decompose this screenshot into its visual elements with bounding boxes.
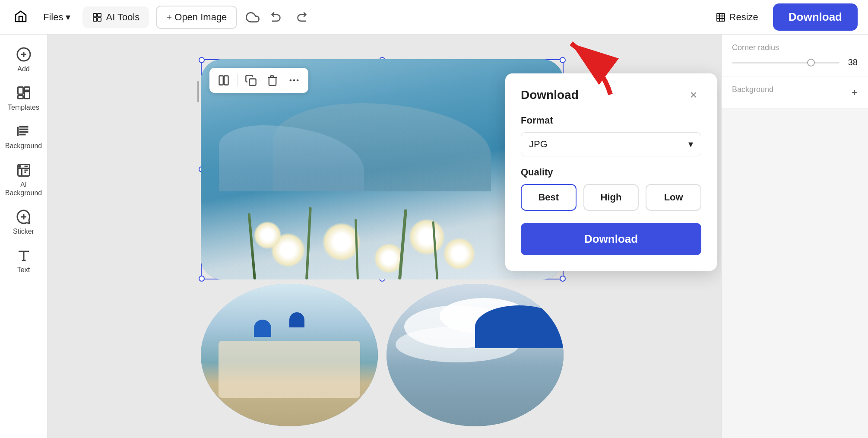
background-section: Background + [722, 76, 868, 108]
split-icon [218, 74, 230, 86]
right-panel: Corner radius 38 Background + [721, 35, 868, 438]
quality-label: Quality [521, 167, 701, 178]
download-action-button[interactable]: Download [521, 223, 701, 255]
sidebar-item-add[interactable]: Add [0, 41, 47, 78]
split-tool-button[interactable] [215, 72, 232, 89]
quality-buttons: Best High Low [521, 184, 701, 211]
sidebar-item-add-label: Add [17, 65, 29, 73]
more-icon [288, 74, 300, 86]
copy-icon [245, 74, 257, 86]
resize-label: Resize [729, 12, 758, 23]
sidebar-item-templates[interactable]: Templates [0, 80, 47, 117]
add-icon [16, 47, 32, 62]
delete-icon [266, 74, 279, 86]
files-chevron: ▾ [66, 12, 70, 23]
svg-rect-4 [717, 13, 725, 21]
sidebar-item-ai-background-label: AI Background [3, 181, 44, 197]
download-main-label: Download [789, 10, 842, 23]
topbar-left: Files ▾ AI Tools + Open Image [10, 6, 701, 29]
corner-radius-section: Corner radius 38 [722, 35, 868, 76]
files-label: Files [43, 12, 63, 23]
bottom-image-right[interactable] [386, 284, 564, 426]
svg-rect-0 [93, 13, 97, 17]
download-action-label: Download [584, 232, 638, 245]
svg-rect-10 [24, 92, 29, 99]
resize-button[interactable]: Resize [708, 7, 766, 27]
delete-tool-button[interactable] [264, 72, 281, 89]
canvas-area: Download × Format JPG ▾ Quality Best Hig… [48, 35, 721, 438]
sidebar: Add Templates Background [0, 35, 48, 438]
templates-icon [16, 85, 32, 101]
text-icon [16, 248, 32, 263]
sidebar-item-background-label: Background [5, 142, 42, 150]
background-label: Background [732, 85, 773, 94]
sticker-icon [16, 209, 32, 225]
corner-radius-slider[interactable] [732, 62, 839, 63]
open-image-button[interactable]: + Open Image [156, 6, 237, 29]
sidebar-item-sticker-label: Sticker [13, 227, 34, 235]
format-select[interactable]: JPG ▾ [521, 132, 701, 156]
topbar: Files ▾ AI Tools + Open Image [0, 0, 868, 35]
svg-rect-11 [18, 95, 23, 99]
home-icon [14, 10, 28, 25]
svg-rect-1 [98, 13, 101, 17]
image-toolbar [209, 68, 308, 93]
add-background-button[interactable]: + [852, 86, 858, 98]
format-value: JPG [529, 139, 548, 150]
bottom-images [201, 284, 564, 426]
corner-radius-value: 38 [845, 57, 858, 67]
bottom-image-left[interactable] [201, 284, 378, 426]
background-label-row: Background + [732, 85, 858, 99]
toolbar-divider-1 [237, 74, 238, 86]
svg-point-23 [293, 79, 295, 82]
svg-point-18 [19, 165, 20, 167]
quality-high-button[interactable]: High [583, 184, 639, 211]
sidebar-item-text[interactable]: Text [0, 242, 47, 279]
download-main-button[interactable]: Download [773, 3, 858, 31]
home-button[interactable] [10, 7, 31, 28]
corner-radius-label: Corner radius [732, 43, 858, 52]
close-icon: × [690, 88, 697, 102]
svg-rect-20 [224, 76, 228, 85]
slider-thumb[interactable] [807, 59, 815, 67]
svg-rect-2 [93, 18, 97, 21]
svg-rect-8 [18, 87, 23, 95]
ai-tools-icon [92, 12, 102, 22]
corner-radius-row: 38 [732, 57, 858, 67]
topbar-right: Resize Download [708, 3, 858, 31]
scroll-indicator[interactable] [196, 81, 200, 385]
ai-tools-label: AI Tools [106, 12, 139, 23]
download-panel-close[interactable]: × [686, 87, 701, 103]
ai-background-icon [16, 162, 32, 178]
svg-rect-19 [219, 76, 223, 85]
download-panel-header: Download × [521, 87, 701, 103]
svg-rect-3 [98, 18, 101, 21]
copy-tool-button[interactable] [243, 72, 259, 89]
sidebar-item-ai-background[interactable]: AI Background [0, 157, 47, 202]
download-panel-title: Download [521, 88, 579, 102]
svg-point-24 [297, 79, 299, 82]
sidebar-item-sticker[interactable]: Sticker [0, 204, 47, 241]
more-tool-button[interactable] [286, 72, 302, 89]
sidebar-item-templates-label: Templates [8, 103, 39, 111]
download-panel: Download × Format JPG ▾ Quality Best Hig… [505, 73, 717, 271]
quality-low-button[interactable]: Low [646, 184, 701, 211]
resize-icon [716, 12, 726, 22]
svg-point-22 [290, 79, 292, 82]
svg-rect-21 [250, 79, 256, 86]
redo-button[interactable] [292, 9, 310, 26]
sidebar-item-background[interactable]: Background [0, 118, 47, 155]
format-chevron: ▾ [688, 139, 693, 150]
cloud-save-icon[interactable] [244, 9, 261, 26]
files-menu[interactable]: Files ▾ [38, 8, 76, 26]
sidebar-item-text-label: Text [17, 266, 30, 274]
ai-tools-button[interactable]: AI Tools [82, 6, 149, 28]
undo-button[interactable] [268, 9, 285, 26]
main-area: Add Templates Background [0, 35, 868, 438]
open-image-label: + Open Image [166, 12, 227, 23]
format-label: Format [521, 115, 701, 126]
background-icon [16, 124, 32, 139]
svg-rect-9 [24, 87, 29, 91]
quality-best-button[interactable]: Best [521, 184, 577, 211]
